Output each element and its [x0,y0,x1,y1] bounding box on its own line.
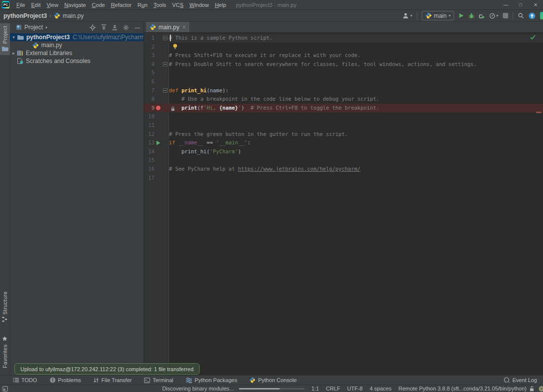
code-line-7[interactable]: 7def print_hi(name): [144,86,543,95]
tool-button-problems[interactable]: Problems [50,377,81,383]
notification-balloon[interactable]: Upload to ufyilmaz@172.20.242.112:22 (3)… [14,363,200,375]
close-icon[interactable]: × [182,24,186,30]
code-token: '__main__' [216,139,247,145]
code-line-12[interactable]: 12# Press the green button in the gutter… [144,130,543,139]
line-number: 1 [144,34,155,43]
chevron-right-icon[interactable]: ▸ [11,51,16,56]
update-project-button[interactable] [529,12,536,19]
code-line-4[interactable]: 4# Press Double Shift to search everywhe… [144,60,543,69]
tool-button-python-packages[interactable]: Python Packages [186,377,237,383]
breakpoint-icon[interactable] [156,106,160,110]
hide-panel-button[interactable]: — [135,24,140,30]
chevron-down-icon[interactable]: ▾ [45,25,47,30]
line-separator[interactable]: CRLF [326,386,340,392]
code-line-13[interactable]: 13if __name__ == '__main__': [144,138,543,147]
run-configuration-select[interactable]: main ▾ [422,11,454,20]
stripe-button-project[interactable]: Project [0,23,10,55]
search-everywhere-button[interactable] [518,12,524,19]
stripe-button-favorites[interactable]: Favorites [0,333,10,371]
menu-item-edit[interactable]: Edit [28,2,44,8]
gutter-cell: 10 [144,112,169,121]
lock-icon[interactable] [530,386,535,392]
tool-button-file-transfer[interactable]: File Transfer [93,377,132,383]
code-line-6[interactable]: 6 [144,77,543,86]
code-line-1[interactable]: 1# This is a sample Python script. [144,34,543,43]
error-stripe-mark[interactable] [536,112,542,113]
gutter-icon-slot [155,106,162,110]
menu-item-navigate[interactable]: Navigate [61,2,88,8]
menu-item-code[interactable]: Code [89,2,108,8]
code-line-15[interactable]: 15 [144,156,543,165]
menu-item-file[interactable]: File [13,2,28,8]
caret-position[interactable]: 1:1 [311,386,319,392]
code-line-10[interactable]: 10 [144,112,543,121]
fold-icon[interactable] [163,88,167,93]
code-line-9[interactable]: 9 print(f'Hi, {name}') # Press Ctrl+F8 t… [144,104,543,113]
highlighting-level-icon[interactable] [538,386,543,392]
tool-button-python-console[interactable]: Python Console [249,377,297,383]
tool-button-terminal[interactable]: Terminal [144,377,173,383]
editor-tab-bar: main.py × [144,22,543,33]
breadcrumb-project[interactable]: pythonProject3 [3,12,47,19]
tab-main-py[interactable]: main.py × [146,22,189,32]
project-panel: Project ▾ — ▾pythonProject3C:\Users\ufyi… [10,22,144,375]
fold-icon[interactable] [163,36,167,40]
todo-icon [13,378,19,383]
coverage-button[interactable]: C [479,13,485,19]
clipped-toolbar-icon[interactable] [540,12,543,19]
code-line-14[interactable]: 14 print_hi('PyCharm') [144,147,543,156]
settings-gear-button[interactable] [123,24,129,31]
profiler-button[interactable]: ▾ [489,13,498,19]
menu-item-vcs[interactable]: VCS [169,2,187,8]
stripe-button-structure[interactable]: Structure [0,289,10,326]
code-line-17[interactable]: 17 [144,174,543,183]
menu-item-tools[interactable]: Tools [151,2,169,8]
gutter-cell: 4 [144,60,169,69]
python-interpreter[interactable]: Remote Python 3.8.8 (sft...conda/3.21.05… [398,386,527,392]
status-bar: Discovering binary modules... 1:1 CRLF U… [0,385,543,392]
expand-all-button[interactable] [101,24,107,30]
project-tree: ▾pythonProject3C:\Users\ufyilmaz\Pycharm… [10,33,144,65]
tree-item-scratches-and-consoles[interactable]: Scratches and Consoles [10,57,144,65]
collapse-all-button[interactable] [112,24,118,30]
project-panel-title[interactable]: Project [24,24,43,31]
chevron-down-icon[interactable]: ▾ [11,35,16,40]
fold-icon[interactable] [163,62,167,66]
pycharm-app-icon[interactable]: PC [2,1,9,8]
locate-file-button[interactable] [89,24,96,31]
debug-button[interactable] [468,13,474,19]
tool-button-todo[interactable]: TODO [13,377,37,383]
tree-item-external-libraries[interactable]: ▸External Libraries [10,49,144,57]
toolwindow-switcher-icon[interactable] [2,386,8,392]
user-menu-button[interactable]: ▾ [402,12,412,19]
code-line-3[interactable]: 3# Press Shift+F10 to execute it or repl… [144,51,543,60]
code-line-11[interactable]: 11 [144,121,543,130]
tree-item-main-py[interactable]: main.py [10,41,144,49]
tree-item-pythonproject3[interactable]: ▾pythonProject3C:\Users\ufyilmaz\Pycharm… [10,33,144,41]
code-line-5[interactable]: 5 [144,68,543,77]
menu-item-view[interactable]: View [44,2,62,8]
eventlog-icon [504,377,510,383]
title-bar: PC FileEditViewNavigateCodeRefactorRunTo… [0,0,543,10]
menu-item-help[interactable]: Help [212,2,229,8]
minimize-button[interactable]: — [498,0,513,10]
inspections-status-icon[interactable] [530,35,536,41]
run-button[interactable] [459,13,464,18]
close-button[interactable]: × [528,0,543,10]
code-line-16[interactable]: 16# See PyCharm help at https://www.jetb… [144,165,543,174]
code-line-8[interactable]: 8 # Use a breakpoint in the code line be… [144,95,543,104]
breadcrumb-file[interactable]: main.py [63,12,83,19]
problems-icon [50,377,56,383]
menu-item-window[interactable]: Window [186,2,212,8]
maximize-button[interactable]: □ [513,0,528,10]
menubar: FileEditViewNavigateCodeRefactorRunTools… [13,2,229,8]
indent-style[interactable]: 4 spaces [370,386,391,392]
run-line-icon[interactable] [156,140,160,145]
file-encoding[interactable]: UTF-8 [347,386,363,392]
menu-item-refactor[interactable]: Refactor [108,2,135,8]
tool-button-event-log[interactable]: Event Log [504,377,537,383]
code-line-2[interactable]: 2 [144,43,543,52]
menu-item-run[interactable]: Run [135,2,151,8]
code-area[interactable]: 1# This is a sample Python script.23# Pr… [144,33,543,375]
structure-icon [2,317,7,323]
